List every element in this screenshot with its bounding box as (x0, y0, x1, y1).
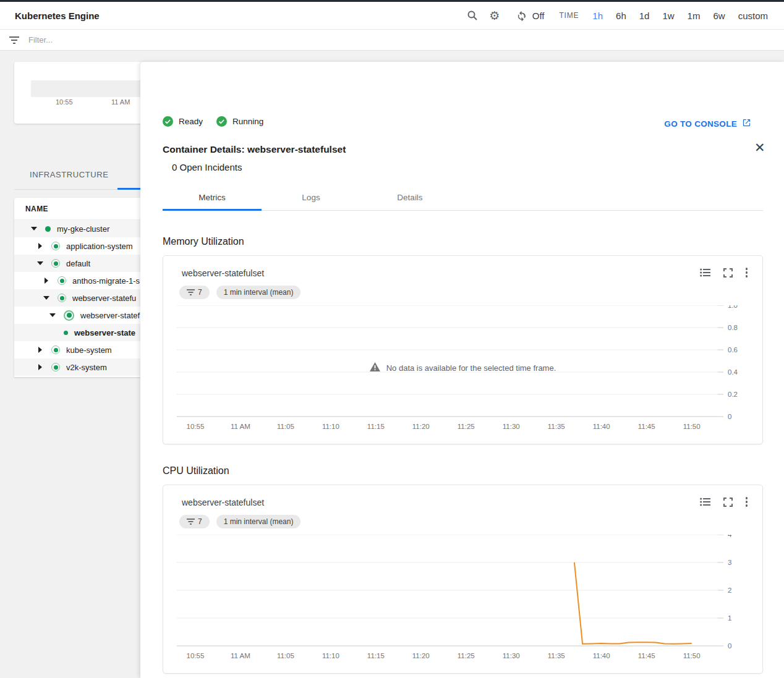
filter-count-chip[interactable]: 7 (179, 286, 210, 299)
time-label: TIME (559, 11, 579, 20)
svg-text:11:30: 11:30 (503, 652, 520, 659)
status-dot-icon (58, 276, 66, 285)
panel-title: Container Details: webserver-statefulset (163, 144, 346, 155)
svg-text:3: 3 (728, 559, 731, 566)
interval-chip[interactable]: 1 min interval (mean) (216, 286, 301, 299)
app-bar-controls: ⚙ Off TIME 1h6h1d1w1m6wcustom (466, 9, 784, 22)
filter-input[interactable] (28, 35, 276, 44)
check-circle-icon (163, 116, 173, 127)
time-range-1d[interactable]: 1d (639, 11, 650, 21)
tab-details[interactable]: Details (360, 185, 459, 209)
svg-text:1: 1 (728, 614, 731, 622)
time-range-1m[interactable]: 1m (688, 11, 701, 21)
close-icon[interactable]: ✕ (754, 141, 765, 154)
time-range-1w[interactable]: 1w (662, 11, 674, 21)
time-range-custom[interactable]: custom (738, 11, 768, 21)
gear-icon[interactable]: ⚙ (488, 9, 501, 22)
search-icon[interactable] (466, 9, 479, 22)
tree-row-label: default (66, 259, 90, 268)
svg-text:11:25: 11:25 (458, 652, 475, 659)
svg-text:11:35: 11:35 (548, 652, 565, 659)
status-running: Running (216, 116, 263, 127)
svg-text:11:10: 11:10 (322, 652, 339, 659)
open-incidents-text: 0 Open Incidents (172, 162, 242, 172)
svg-text:11:25: 11:25 (458, 423, 475, 430)
check-circle-icon (216, 116, 227, 127)
svg-text:11:50: 11:50 (683, 423, 701, 430)
no-expand-spacer (55, 329, 62, 336)
chevron-down-icon[interactable] (49, 311, 56, 319)
status-dot-icon (51, 345, 60, 354)
tab-logs[interactable]: Logs (262, 185, 360, 209)
status-dot-icon (45, 226, 51, 232)
chevron-right-icon[interactable] (36, 242, 44, 250)
svg-text:11 AM: 11 AM (231, 652, 250, 659)
status-ready: Ready (163, 116, 203, 127)
svg-text:11:45: 11:45 (638, 652, 655, 659)
svg-text:11:40: 11:40 (593, 652, 610, 659)
svg-text:11:45: 11:45 (638, 423, 655, 430)
chevron-down-icon[interactable] (43, 294, 50, 302)
svg-text:10:55: 10:55 (187, 652, 205, 659)
svg-text:11:30: 11:30 (503, 423, 520, 430)
time-range-6h[interactable]: 6h (616, 11, 626, 21)
series-line-webserver-statefulset (574, 562, 692, 644)
svg-text:2: 2 (728, 587, 731, 594)
container-details-panel: Container Details: webserver-statefulset… (140, 62, 784, 678)
auto-refresh-control[interactable]: Off (515, 9, 545, 22)
status-dot-icon (64, 310, 74, 321)
chevron-down-icon[interactable] (30, 225, 38, 232)
svg-text:1.0: 1.0 (728, 305, 738, 309)
cpu-chart-plot: 0123410:5511 AM11:0511:1011:1511:2011:25… (177, 535, 758, 668)
svg-text:0: 0 (728, 642, 731, 650)
time-range-6w[interactable]: 6w (713, 11, 725, 21)
svg-text:11 AM: 11 AM (231, 423, 250, 430)
go-to-console-link[interactable]: GO TO CONSOLE (664, 118, 751, 129)
tree-row-label: kube-system (66, 345, 112, 355)
svg-text:11:15: 11:15 (367, 652, 385, 659)
time-range-1h[interactable]: 1h (592, 11, 603, 21)
chevron-right-icon[interactable] (36, 346, 44, 354)
tree-row-label: webserver-state (74, 328, 135, 337)
svg-text:0.6: 0.6 (728, 346, 738, 354)
fullscreen-icon[interactable] (722, 495, 735, 509)
active-tab-underline (163, 209, 262, 211)
go-to-console-label: GO TO CONSOLE (664, 119, 737, 129)
time-range-selector: 1h6h1d1w1m6wcustom (592, 11, 768, 21)
svg-text:0: 0 (728, 413, 731, 420)
interval-chip[interactable]: 1 min interval (mean) (216, 515, 301, 528)
sidebar-tab-underline (117, 188, 140, 190)
chip-filter-icon (187, 519, 195, 525)
filter-icon (0, 36, 28, 44)
more-options-icon[interactable] (744, 496, 749, 508)
chevron-right-icon[interactable] (36, 363, 44, 371)
memory-chart-chips: 7 1 min interval (mean) (179, 286, 300, 299)
fullscreen-icon[interactable] (722, 266, 735, 279)
mini-x-label: 10:55 (56, 98, 73, 106)
page-title: Kubernetes Engine (15, 11, 100, 21)
svg-text:11:05: 11:05 (277, 652, 294, 659)
status-dot-icon (51, 242, 60, 250)
cpu-chart-title: webserver-statefulset (182, 498, 264, 507)
cpu-chart-chips: 7 1 min interval (mean) (179, 515, 300, 528)
legend-list-icon[interactable] (699, 266, 712, 279)
refresh-state-label: Off (532, 11, 545, 21)
svg-text:11:20: 11:20 (412, 423, 430, 430)
chevron-right-icon[interactable] (43, 277, 50, 284)
chip-filter-icon (187, 289, 195, 295)
cpu-card-actions (699, 495, 749, 509)
warning-icon (370, 362, 380, 373)
memory-chart-card: webserver-statefulset 7 1 min interval (… (163, 255, 763, 444)
more-options-icon[interactable] (744, 266, 749, 279)
panel-tabs: MetricsLogsDetails (163, 185, 459, 209)
mini-x-label: 11 AM (111, 98, 130, 106)
status-dot-icon (64, 331, 68, 335)
filter-count-chip[interactable]: 7 (179, 515, 210, 528)
memory-section-title: Memory Utilization (163, 236, 244, 247)
chevron-down-icon[interactable] (36, 260, 44, 267)
tab-infrastructure[interactable]: INFRASTRUCTURE (30, 170, 109, 179)
tab-metrics[interactable]: Metrics (163, 185, 262, 209)
svg-text:11:40: 11:40 (593, 423, 610, 430)
status-dot-icon (51, 259, 60, 268)
legend-list-icon[interactable] (699, 495, 712, 509)
